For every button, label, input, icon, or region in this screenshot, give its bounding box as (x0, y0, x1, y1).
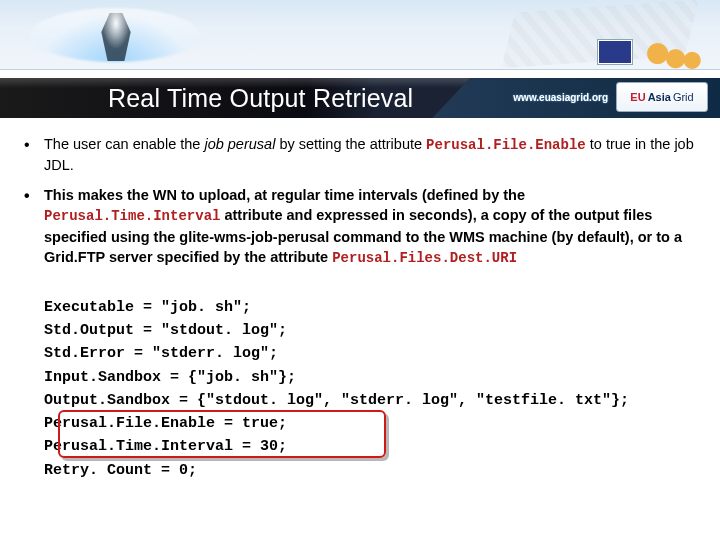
code-inline: Perusal.File.Enable (426, 137, 586, 153)
slide-title: Real Time Output Retrieval (108, 84, 413, 113)
code-line: Executable = "job. sh"; (44, 296, 698, 319)
code-line: Perusal.Time.Interval = 30; (44, 435, 698, 458)
code-line: Std.Error = "stderr. log"; (44, 342, 698, 365)
asia-map-icon (636, 40, 708, 74)
code-line: Std.Output = "stdout. log"; (44, 319, 698, 342)
italic-text: job perusal (204, 136, 275, 152)
brand-asia: Asia (648, 91, 671, 103)
text-run: The user can enable the (44, 136, 204, 152)
code-line: Retry. Count = 0; (44, 459, 698, 482)
bullet-item: This makes the WN to upload, at regular … (22, 185, 698, 268)
bullet-item: The user can enable the job perusal by s… (22, 134, 698, 175)
jdl-code-block: Executable = "job. sh";Std.Output = "std… (44, 296, 698, 482)
eu-flag-icon (598, 40, 632, 64)
brand-flag-map (598, 40, 708, 74)
code-line: Perusal.File.Enable = true; (44, 412, 698, 435)
text-run: by setting the attribute (275, 136, 426, 152)
brand-block: www.euasiagrid.org EUAsiaGrid (513, 82, 708, 112)
code-line: Input.Sandbox = {"job. sh"}; (44, 366, 698, 389)
title-bar: Real Time Output Retrieval www.euasiagri… (0, 78, 720, 118)
bullet-list: The user can enable the job perusal by s… (22, 134, 698, 268)
text-run: This makes the WN to upload, at regular … (44, 187, 525, 203)
slide-content: The user can enable the job perusal by s… (22, 134, 698, 482)
brand-logo: EUAsiaGrid (616, 82, 708, 112)
brand-grid: Grid (673, 91, 694, 103)
code-line: Output.Sandbox = {"stdout. log", "stderr… (44, 389, 698, 412)
code-inline: Perusal.Time.Interval (44, 208, 220, 224)
code-inline: Perusal.Files.Dest.URI (332, 250, 517, 266)
brand-eu: EU (630, 91, 645, 103)
brand-url: www.euasiagrid.org (513, 92, 608, 103)
